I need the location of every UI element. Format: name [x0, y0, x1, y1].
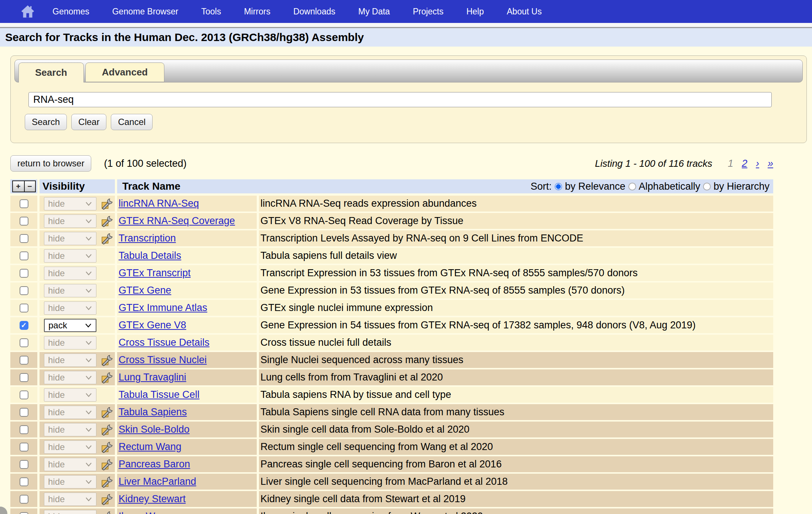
wrench-icon[interactable] — [101, 476, 113, 488]
nav-item-about-us[interactable]: About Us — [507, 7, 542, 17]
track-name-link[interactable]: Ileum Wang — [117, 511, 171, 514]
track-name-link[interactable]: GTEx Immune Atlas — [117, 302, 207, 314]
visibility-select[interactable]: hide — [44, 458, 96, 471]
wrench-icon[interactable] — [101, 198, 113, 210]
radio-by-relevance[interactable] — [555, 183, 562, 190]
track-name-link[interactable]: Transcription — [117, 233, 176, 244]
track-name-link[interactable]: Kidney Stewart — [117, 493, 186, 505]
wrench-icon[interactable] — [101, 372, 113, 383]
track-checkbox[interactable] — [20, 269, 28, 278]
home-icon[interactable] — [19, 3, 36, 20]
track-name-link[interactable]: Tabula Details — [117, 250, 181, 261]
visibility-select[interactable]: hide — [44, 336, 96, 349]
track-name-link[interactable]: Skin Sole-Boldo — [117, 424, 190, 435]
track-checkbox[interactable] — [20, 390, 28, 399]
track-checkbox[interactable] — [20, 373, 28, 382]
visibility-select[interactable]: hide — [44, 284, 96, 297]
visibility-select[interactable]: hide — [44, 267, 96, 280]
nav-item-projects[interactable]: Projects — [413, 7, 443, 17]
track-checkbox[interactable] — [20, 217, 28, 226]
page-last-link[interactable]: » — [768, 158, 773, 169]
wrench-icon[interactable] — [101, 215, 113, 227]
cancel-button[interactable]: Cancel — [111, 114, 153, 130]
wrench-icon[interactable] — [101, 406, 113, 418]
sort-by-relevance[interactable]: by Relevance — [555, 181, 625, 192]
track-checkbox[interactable] — [20, 477, 28, 486]
wrench-icon[interactable] — [101, 354, 113, 366]
track-checkbox[interactable] — [20, 460, 28, 469]
visibility-select[interactable]: hide — [44, 214, 96, 228]
track-checkbox[interactable] — [20, 512, 28, 514]
sort-alphabetically-label: Alphabetically — [639, 181, 700, 192]
track-name-link[interactable]: Tabula Tissue Cell — [117, 389, 199, 400]
wrench-icon[interactable] — [101, 424, 113, 436]
select-all-plus-button[interactable]: + — [13, 181, 24, 192]
track-checkbox[interactable] — [20, 356, 28, 365]
track-checkbox[interactable] — [20, 251, 28, 260]
nav-item-help[interactable]: Help — [466, 7, 484, 17]
visibility-select[interactable]: hide — [44, 406, 96, 419]
wrench-icon[interactable] — [101, 459, 113, 470]
track-name-link[interactable]: Liver MacParland — [117, 476, 196, 487]
sort-by-hierarchy[interactable]: by Hierarchy — [703, 181, 770, 192]
radio-alphabetically[interactable] — [628, 183, 636, 190]
sort-alphabetically[interactable]: Alphabetically — [628, 181, 700, 192]
wrench-icon[interactable] — [101, 233, 113, 244]
wrench-icon[interactable] — [101, 493, 113, 505]
visibility-select[interactable]: hide — [44, 440, 96, 454]
track-checkbox[interactable] — [20, 443, 28, 452]
track-name-link[interactable]: GTEx Gene V8 — [117, 319, 186, 331]
tab-search[interactable]: Search — [18, 62, 84, 82]
table-row: hide Transcription Transcription Levels … — [10, 230, 773, 246]
track-checkbox[interactable] — [20, 304, 28, 312]
track-name-link[interactable]: lincRNA RNA-Seq — [117, 198, 199, 209]
clear-button[interactable]: Clear — [71, 114, 106, 130]
track-checkbox[interactable] — [20, 408, 28, 417]
track-name-link[interactable]: Rectum Wang — [117, 441, 181, 453]
wrench-icon[interactable] — [101, 441, 113, 453]
visibility-select[interactable]: hide — [44, 354, 96, 367]
track-checkbox[interactable] — [20, 338, 28, 347]
nav-item-tools[interactable]: Tools — [201, 7, 221, 17]
radio-by-hierarchy[interactable] — [703, 183, 711, 190]
visibility-select[interactable]: hide — [44, 232, 96, 245]
visibility-select[interactable]: hide — [44, 423, 96, 436]
visibility-select[interactable]: hide — [44, 371, 96, 384]
nav-item-genomes[interactable]: Genomes — [52, 7, 89, 17]
track-checkbox[interactable] — [20, 425, 28, 434]
visibility-select[interactable]: pack — [44, 319, 96, 332]
visibility-select[interactable]: hide — [44, 475, 96, 488]
visibility-select[interactable]: hide — [44, 510, 96, 514]
return-to-browser-button[interactable]: return to browser — [10, 155, 91, 172]
page-2-link[interactable]: 2 — [742, 158, 747, 169]
visibility-select[interactable]: hide — [44, 388, 96, 402]
visibility-select[interactable]: hide — [44, 493, 96, 506]
track-name-link[interactable]: GTEx Gene — [117, 285, 171, 296]
nav-item-genome-browser[interactable]: Genome Browser — [112, 7, 178, 17]
track-checkbox[interactable] — [20, 199, 28, 208]
page-next-link[interactable]: › — [756, 158, 759, 169]
visibility-select[interactable]: hide — [44, 301, 96, 315]
search-input[interactable] — [28, 92, 772, 107]
tab-advanced[interactable]: Advanced — [85, 62, 164, 82]
track-name-link[interactable]: GTEx Transcript — [117, 267, 191, 279]
track-checkbox[interactable] — [20, 495, 28, 504]
scrollbar-nub[interactable] — [0, 507, 7, 514]
track-checkbox[interactable] — [20, 286, 28, 295]
visibility-select[interactable]: hide — [44, 197, 96, 210]
track-name-link[interactable]: Pancreas Baron — [117, 459, 190, 470]
track-name-link[interactable]: Cross Tissue Nuclei — [117, 354, 207, 366]
nav-item-downloads[interactable]: Downloads — [293, 7, 335, 17]
track-checkbox[interactable] — [20, 321, 28, 330]
nav-item-my-data[interactable]: My Data — [358, 7, 390, 17]
track-name-link[interactable]: Tabula Sapiens — [117, 406, 187, 418]
select-all-minus-button[interactable]: − — [24, 181, 35, 192]
search-button[interactable]: Search — [25, 114, 67, 130]
track-name-link[interactable]: GTEx RNA-Seq Coverage — [117, 215, 235, 227]
track-name-link[interactable]: Lung Travaglini — [117, 372, 186, 383]
track-name-link[interactable]: Cross Tissue Details — [117, 337, 209, 348]
track-checkbox[interactable] — [20, 234, 28, 243]
nav-item-mirrors[interactable]: Mirrors — [244, 7, 270, 17]
visibility-select[interactable]: hide — [44, 249, 96, 263]
wrench-icon[interactable] — [101, 511, 113, 514]
